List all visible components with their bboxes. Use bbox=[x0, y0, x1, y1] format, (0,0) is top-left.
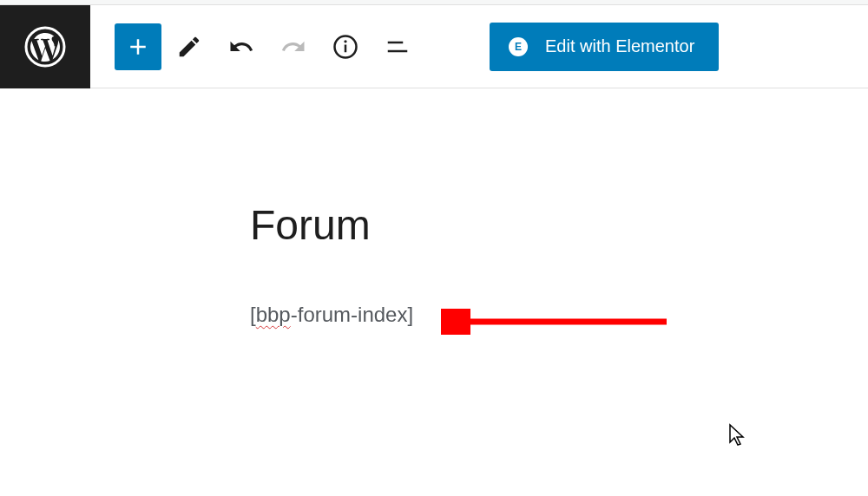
redo-icon bbox=[280, 34, 306, 60]
page-title[interactable]: Forum bbox=[250, 201, 868, 249]
mouse-cursor bbox=[727, 423, 746, 451]
outline-button[interactable] bbox=[373, 23, 422, 71]
svg-rect-2 bbox=[345, 44, 347, 52]
edit-button[interactable] bbox=[165, 23, 214, 71]
plus-icon bbox=[125, 34, 151, 60]
toolbar-button-group bbox=[90, 23, 422, 71]
svg-point-3 bbox=[344, 40, 346, 42]
editor-toolbar: E Edit with Elementor bbox=[0, 5, 868, 88]
redo-button[interactable] bbox=[269, 23, 318, 71]
shortcode-block[interactable]: [bbp-forum-index] bbox=[250, 303, 868, 327]
editor-content-area[interactable]: Forum [bbp-forum-index] bbox=[0, 88, 868, 327]
outline-icon bbox=[385, 34, 411, 60]
shortcode-spellcheck-error: bbp bbox=[256, 303, 291, 326]
info-button[interactable] bbox=[321, 23, 370, 71]
undo-icon bbox=[228, 34, 254, 60]
undo-button[interactable] bbox=[217, 23, 266, 71]
edit-with-elementor-button[interactable]: E Edit with Elementor bbox=[490, 23, 719, 71]
wordpress-icon bbox=[24, 26, 66, 68]
pencil-icon bbox=[176, 34, 202, 60]
add-block-button[interactable] bbox=[115, 23, 161, 70]
elementor-button-label: Edit with Elementor bbox=[545, 36, 694, 56]
elementor-icon: E bbox=[509, 37, 528, 56]
shortcode-bracket: [ bbox=[250, 303, 256, 326]
wordpress-logo-button[interactable] bbox=[0, 5, 90, 88]
shortcode-rest: -forum-index] bbox=[291, 303, 413, 326]
info-icon bbox=[332, 34, 358, 60]
